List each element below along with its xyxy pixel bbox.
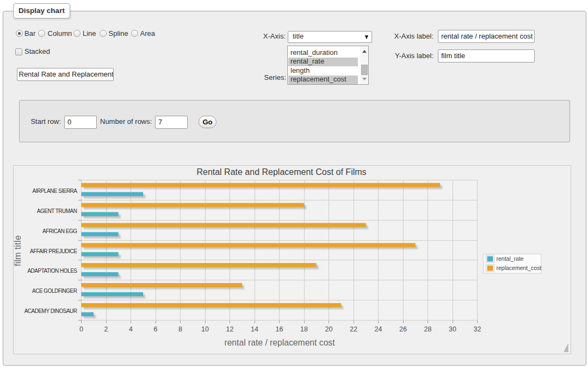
svg-text:ACE GOLDFINGER: ACE GOLDFINGER — [32, 288, 77, 294]
svg-text:32: 32 — [474, 325, 481, 333]
svg-text:18: 18 — [300, 325, 308, 333]
svg-text:22: 22 — [350, 325, 357, 333]
svg-text:rental rate / replacement cost: rental rate / replacement cost — [224, 338, 335, 347]
svg-text:2: 2 — [104, 325, 108, 333]
svg-text:0: 0 — [79, 325, 83, 333]
svg-text:ADAPTATION HOLES: ADAPTATION HOLES — [27, 268, 77, 274]
svg-text:4: 4 — [129, 325, 133, 333]
svg-text:28: 28 — [424, 325, 432, 333]
svg-text:film title: film title — [14, 235, 22, 266]
svg-text:ACADEMY DINOSAUR: ACADEMY DINOSAUR — [24, 308, 77, 314]
svg-text:Rental Rate and Replacement Co: Rental Rate and Replacement Cost of Film… — [196, 167, 366, 177]
svg-text:20: 20 — [325, 325, 333, 333]
svg-text:AGENT TRUMAN: AGENT TRUMAN — [37, 208, 77, 214]
svg-text:24: 24 — [375, 325, 382, 333]
svg-text:AFRICAN EGG: AFRICAN EGG — [42, 228, 77, 234]
svg-text:26: 26 — [399, 325, 407, 333]
svg-text:10: 10 — [201, 325, 209, 333]
svg-text:rental_rate: rental_rate — [497, 255, 524, 262]
svg-text:16: 16 — [276, 325, 283, 333]
svg-text:AIRPLANE SIERRA: AIRPLANE SIERRA — [33, 188, 78, 194]
svg-text:replacement_cost: replacement_cost — [497, 265, 542, 271]
svg-text:8: 8 — [178, 325, 182, 333]
svg-text:12: 12 — [226, 325, 234, 333]
svg-text:30: 30 — [449, 325, 456, 333]
svg-text:AFFAIR PREJUDICE: AFFAIR PREJUDICE — [30, 248, 77, 254]
svg-text:6: 6 — [154, 325, 158, 333]
svg-text:14: 14 — [251, 325, 258, 333]
